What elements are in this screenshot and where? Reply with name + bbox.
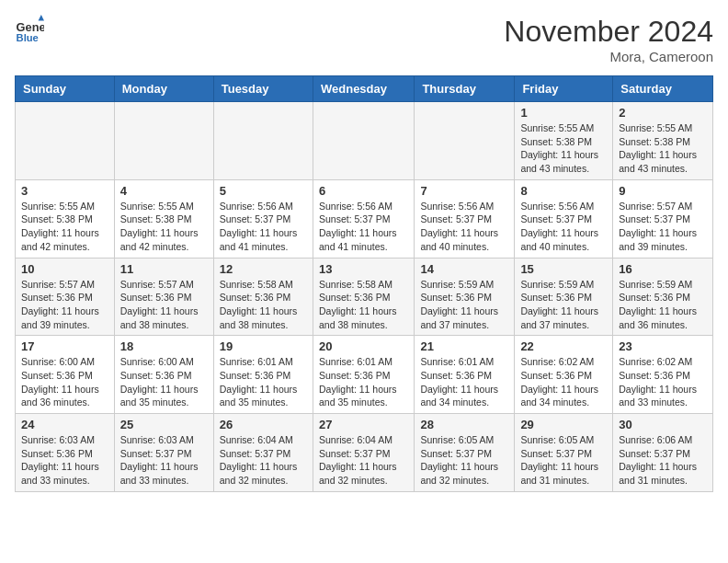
day-info: Sunrise: 5:56 AM Sunset: 5:37 PM Dayligh… [319,200,408,254]
calendar-day-cell: 12Sunrise: 5:58 AM Sunset: 5:36 PM Dayli… [213,258,313,336]
day-info: Sunrise: 5:56 AM Sunset: 5:37 PM Dayligh… [220,200,307,254]
calendar-week-row: 17Sunrise: 6:00 AM Sunset: 5:36 PM Dayli… [16,336,713,414]
day-number: 27 [319,418,408,431]
day-info: Sunrise: 5:56 AM Sunset: 5:37 PM Dayligh… [520,200,607,254]
title-block: November 2024 Mora, Cameroon [504,15,713,64]
calendar-day-cell: 11Sunrise: 5:57 AM Sunset: 5:36 PM Dayli… [114,258,213,336]
day-info: Sunrise: 5:58 AM Sunset: 5:36 PM Dayligh… [220,278,307,332]
calendar-week-row: 24Sunrise: 6:03 AM Sunset: 5:36 PM Dayli… [16,414,713,492]
day-number: 23 [619,339,707,353]
day-info: Sunrise: 5:57 AM Sunset: 5:36 PM Dayligh… [21,278,108,332]
calendar-day-cell: 14Sunrise: 5:59 AM Sunset: 5:36 PM Dayli… [415,258,515,336]
calendar-day-cell: 3Sunrise: 5:55 AM Sunset: 5:38 PM Daylig… [16,179,115,258]
logo-icon: General Blue [15,15,44,44]
calendar-day-cell: 13Sunrise: 5:58 AM Sunset: 5:36 PM Dayli… [313,258,414,336]
day-number: 13 [319,262,408,276]
day-number: 28 [420,418,508,431]
calendar-day-cell: 26Sunrise: 6:04 AM Sunset: 5:37 PM Dayli… [213,414,313,492]
month-title: November 2024 [504,15,713,49]
day-info: Sunrise: 6:02 AM Sunset: 5:36 PM Dayligh… [619,355,707,409]
day-number: 6 [319,184,408,198]
day-info: Sunrise: 5:57 AM Sunset: 5:37 PM Dayligh… [619,200,707,254]
day-info: Sunrise: 5:55 AM Sunset: 5:38 PM Dayligh… [619,121,707,176]
weekday-header: Monday [114,76,213,102]
calendar-day-cell [415,102,515,180]
day-info: Sunrise: 6:04 AM Sunset: 5:37 PM Dayligh… [319,433,408,488]
day-number: 21 [420,339,508,353]
day-info: Sunrise: 5:56 AM Sunset: 5:37 PM Dayligh… [420,200,508,254]
calendar-day-cell: 19Sunrise: 6:01 AM Sunset: 5:36 PM Dayli… [213,336,313,414]
logo: General Blue [15,15,44,44]
calendar-day-cell: 8Sunrise: 5:56 AM Sunset: 5:37 PM Daylig… [515,179,613,258]
day-number: 1 [520,106,607,120]
calendar-week-row: 1Sunrise: 5:55 AM Sunset: 5:38 PM Daylig… [16,102,713,180]
calendar-day-cell: 20Sunrise: 6:01 AM Sunset: 5:36 PM Dayli… [313,336,414,414]
weekday-header: Saturday [613,76,713,102]
day-info: Sunrise: 6:01 AM Sunset: 5:36 PM Dayligh… [420,355,508,409]
day-info: Sunrise: 6:05 AM Sunset: 5:37 PM Dayligh… [420,433,508,488]
calendar-day-cell: 29Sunrise: 6:05 AM Sunset: 5:37 PM Dayli… [515,414,613,492]
weekday-header: Thursday [415,76,515,102]
day-info: Sunrise: 5:59 AM Sunset: 5:36 PM Dayligh… [619,278,707,332]
day-info: Sunrise: 5:59 AM Sunset: 5:36 PM Dayligh… [520,278,607,332]
day-number: 9 [619,184,707,198]
calendar-day-cell: 25Sunrise: 6:03 AM Sunset: 5:37 PM Dayli… [114,414,213,492]
calendar-day-cell: 30Sunrise: 6:06 AM Sunset: 5:37 PM Dayli… [613,414,713,492]
calendar-day-cell: 21Sunrise: 6:01 AM Sunset: 5:36 PM Dayli… [415,336,515,414]
calendar-day-cell: 17Sunrise: 6:00 AM Sunset: 5:36 PM Dayli… [16,336,115,414]
weekday-header: Wednesday [313,76,414,102]
day-number: 24 [21,418,108,431]
calendar-day-cell: 2Sunrise: 5:55 AM Sunset: 5:38 PM Daylig… [613,102,713,180]
day-number: 4 [120,184,208,198]
day-number: 8 [520,184,607,198]
day-number: 12 [220,262,307,276]
day-info: Sunrise: 6:04 AM Sunset: 5:37 PM Dayligh… [220,433,307,488]
calendar-day-cell: 4Sunrise: 5:55 AM Sunset: 5:38 PM Daylig… [114,179,213,258]
calendar-day-cell: 6Sunrise: 5:56 AM Sunset: 5:37 PM Daylig… [313,179,414,258]
day-number: 20 [319,339,408,353]
day-info: Sunrise: 5:57 AM Sunset: 5:36 PM Dayligh… [120,278,208,332]
day-info: Sunrise: 6:06 AM Sunset: 5:37 PM Dayligh… [619,433,707,488]
day-number: 18 [120,339,208,353]
day-info: Sunrise: 6:03 AM Sunset: 5:37 PM Dayligh… [120,433,208,488]
day-number: 11 [120,262,208,276]
day-number: 17 [21,339,108,353]
calendar-day-cell: 9Sunrise: 5:57 AM Sunset: 5:37 PM Daylig… [613,179,713,258]
svg-marker-2 [39,15,44,20]
calendar-week-row: 3Sunrise: 5:55 AM Sunset: 5:38 PM Daylig… [16,179,713,258]
calendar-day-cell: 5Sunrise: 5:56 AM Sunset: 5:37 PM Daylig… [213,179,313,258]
calendar-day-cell [16,102,115,180]
day-number: 5 [220,184,307,198]
day-info: Sunrise: 6:05 AM Sunset: 5:37 PM Dayligh… [520,433,607,488]
day-info: Sunrise: 6:01 AM Sunset: 5:36 PM Dayligh… [319,355,408,409]
calendar-header-row: SundayMondayTuesdayWednesdayThursdayFrid… [16,76,713,102]
day-info: Sunrise: 5:58 AM Sunset: 5:36 PM Dayligh… [319,278,408,332]
day-number: 26 [220,418,307,431]
day-number: 19 [220,339,307,353]
day-info: Sunrise: 5:55 AM Sunset: 5:38 PM Dayligh… [21,200,108,254]
calendar-day-cell [114,102,213,180]
page-header: General Blue November 2024 Mora, Cameroo… [15,15,713,64]
calendar-day-cell: 22Sunrise: 6:02 AM Sunset: 5:36 PM Dayli… [515,336,613,414]
calendar-day-cell: 1Sunrise: 5:55 AM Sunset: 5:38 PM Daylig… [515,102,613,180]
calendar-day-cell [313,102,414,180]
calendar-table: SundayMondayTuesdayWednesdayThursdayFrid… [15,75,713,492]
day-number: 29 [520,418,607,431]
location: Mora, Cameroon [504,49,713,64]
weekday-header: Sunday [16,76,115,102]
calendar-day-cell: 15Sunrise: 5:59 AM Sunset: 5:36 PM Dayli… [515,258,613,336]
day-info: Sunrise: 6:01 AM Sunset: 5:36 PM Dayligh… [220,355,307,409]
day-number: 10 [21,262,108,276]
calendar-day-cell: 7Sunrise: 5:56 AM Sunset: 5:37 PM Daylig… [415,179,515,258]
day-number: 30 [619,418,707,431]
calendar-day-cell: 18Sunrise: 6:00 AM Sunset: 5:36 PM Dayli… [114,336,213,414]
day-info: Sunrise: 6:00 AM Sunset: 5:36 PM Dayligh… [120,355,208,409]
svg-text:Blue: Blue [17,32,39,43]
calendar-day-cell: 16Sunrise: 5:59 AM Sunset: 5:36 PM Dayli… [613,258,713,336]
calendar-day-cell [213,102,313,180]
day-number: 2 [619,106,707,120]
calendar-week-row: 10Sunrise: 5:57 AM Sunset: 5:36 PM Dayli… [16,258,713,336]
day-number: 15 [520,262,607,276]
day-info: Sunrise: 5:55 AM Sunset: 5:38 PM Dayligh… [520,121,607,176]
day-number: 22 [520,339,607,353]
